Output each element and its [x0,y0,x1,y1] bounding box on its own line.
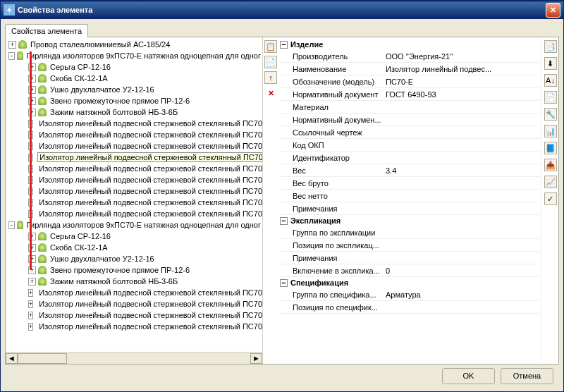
node-icon [18,40,27,49]
property-row[interactable]: Вес3.4 [280,164,540,177]
tool-button[interactable]: 📄 [544,91,557,104]
node-label: Ушко двухлапчатое У2-12-16 [49,255,156,263]
move-up-button[interactable]: ↑ [264,71,277,84]
horizontal-scrollbar[interactable]: ◄ ► [6,352,262,364]
tool-button[interactable]: 📑 [544,40,557,53]
tool-button[interactable]: ✓ [544,192,557,205]
tree-node[interactable]: +Изолятор линейный подвесной стержневой … [6,298,262,310]
property-row[interactable]: Примечания [280,252,540,264]
tree-node[interactable]: +Ушко двухлапчатое У2-12-16 [6,253,262,264]
tree-node[interactable]: +Изолятор линейный подвесной стержневой … [6,321,262,332]
tree-node[interactable]: +Ушко двухлапчатое У2-12-16 [6,84,262,95]
tool-button[interactable]: A↓ [544,74,557,87]
property-group-header[interactable]: −Спецификация [280,277,540,288]
property-row[interactable]: Группа по экспликации [280,226,540,239]
node-label: Изолятор линейный подвесной стержневой с… [37,288,262,297]
property-name: Включение в эксплика... [280,267,386,275]
property-row[interactable]: Позиция по специфик... [280,301,540,314]
tree-node[interactable]: +Изолятор линейный подвесной стержневой … [6,310,262,321]
expand-toggle[interactable]: + [8,41,16,49]
tree-node[interactable]: +Изолятор линейный подвесной стержневой … [6,185,262,197]
property-row[interactable]: Материал [280,101,540,114]
property-value[interactable]: ГОСТ 6490-93 [386,90,540,99]
cancel-button[interactable]: Отмена [501,368,553,384]
property-value[interactable]: 3.4 [386,166,540,175]
tool-button[interactable]: 🔧 [544,108,557,121]
property-value[interactable]: Арматура [386,290,540,299]
expand-toggle[interactable]: - [8,221,15,229]
property-name: Обозначение (модель) [280,78,386,86]
tree-node[interactable]: +Изолятор линейный подвесной стержневой … [6,140,262,152]
collapse-toggle[interactable]: − [280,41,288,49]
tool-button[interactable]: 📘 [544,142,557,154]
tree-node[interactable]: +Изолятор линейный подвесной стержневой … [6,208,262,219]
property-row[interactable]: Примечания [280,202,540,215]
tree-node[interactable]: +Изолятор линейный подвесной стержневой … [6,129,262,140]
window-title: Свойства элемента [18,6,546,14]
tree-node[interactable]: +Звено промежуточное прямое ПР-12-6 [6,95,262,106]
tool-button[interactable]: 📥 [544,159,557,171]
property-row[interactable]: Нормативный документГОСТ 6490-93 [280,88,540,101]
property-row[interactable]: Нормативный докумен... [280,114,540,126]
delete-button[interactable]: ✕ [264,87,277,99]
tab-properties[interactable]: Свойства элемента [5,24,88,37]
collapse-toggle[interactable]: − [280,279,288,287]
paste-button[interactable]: 📄 [264,56,277,68]
tree-node[interactable]: -Гирлянда изоляторов 9хПС70-Е натяжная о… [6,219,262,231]
property-row[interactable]: Включение в эксплика...0 [280,264,540,277]
tree-node[interactable]: +Изолятор линейный подвесной стержневой … [6,197,262,208]
node-label: Изолятор линейный подвесной стержневой с… [37,176,262,184]
tree-node[interactable]: +Изолятор линейный подвесной стержневой … [6,118,262,129]
scroll-left-arrow[interactable]: ◄ [6,353,18,364]
expand-toggle[interactable]: + [28,323,33,331]
tool-button[interactable]: ⬇ [544,57,557,70]
tree-node[interactable]: +Серьга СР-12-16 [6,231,262,242]
property-value[interactable]: 0 [386,267,540,275]
property-row[interactable]: Ссылочный чертеж [280,126,540,139]
tree-node[interactable]: +Изолятор линейный подвесной стержневой … [6,152,262,163]
property-row[interactable]: Вес бруто [280,177,540,190]
group-title: Спецификация [290,278,348,287]
property-grid[interactable]: −ИзделиеПроизводительООО ''Энергия-21''Н… [278,37,541,364]
node-label: Изолятор линейный подвесной стержневой с… [37,142,262,150]
scroll-thumb[interactable] [18,353,67,364]
tree-node[interactable]: +Изолятор линейный подвесной стержневой … [6,287,262,298]
tree-node[interactable]: +Зажим натяжной болтовой НБ-3-6Б [6,276,262,287]
property-row[interactable]: НаименованиеИзолятор линейный подвес... [280,63,540,75]
tool-button[interactable]: 📈 [544,176,557,188]
expand-toggle[interactable]: + [28,289,33,297]
property-name: Вес [280,166,386,175]
property-row[interactable]: Позиция по экспликац... [280,239,540,252]
property-group-header[interactable]: −Экспликация [280,215,540,226]
ok-button[interactable]: OK [442,368,495,384]
tree-node[interactable]: +Скоба СК-12-1А [6,73,262,84]
tool-button[interactable]: 📊 [544,125,557,137]
property-row[interactable]: Группа по специфика...Арматура [280,288,540,301]
property-row[interactable]: ПроизводительООО ''Энергия-21'' [280,50,540,63]
tree-node[interactable]: +Скоба СК-12-1А [6,242,262,253]
expand-toggle[interactable]: + [28,278,36,286]
property-group-header[interactable]: −Изделие [280,39,540,50]
expand-toggle[interactable]: + [28,312,33,319]
copy-button[interactable]: 📋 [264,40,277,53]
tree-node[interactable]: +Серьга СР-12-16 [6,61,262,73]
tree-node[interactable]: +Изолятор линейный подвесной стержневой … [6,163,262,174]
property-row[interactable]: Вес нетто [280,190,540,202]
tree-node[interactable]: -Гирлянда изоляторов 9хПС70-Е натяжная о… [6,50,262,61]
tree-node[interactable]: +Звено промежуточное прямое ПР-12-6 [6,264,262,276]
expand-toggle[interactable]: - [8,52,15,60]
tree-node[interactable]: +Изолятор линейный подвесной стержневой … [6,174,262,185]
property-row[interactable]: Идентификатор [280,152,540,164]
property-value[interactable]: Изолятор линейный подвес... [386,65,540,73]
scroll-right-arrow[interactable]: ► [250,353,262,364]
close-button[interactable]: ✕ [546,3,560,18]
tree-node[interactable]: +Провод сталеалюминиевый АС-185/24 [6,39,262,50]
property-value[interactable]: ПС70-Е [386,78,540,86]
expand-toggle[interactable]: + [28,300,33,308]
property-row[interactable]: Обозначение (модель)ПС70-Е [280,75,540,88]
tree-view[interactable]: +Провод сталеалюминиевый АС-185/24-Гирля… [6,37,262,352]
collapse-toggle[interactable]: − [280,217,288,225]
tree-node[interactable]: +Зажим натяжной болтовой НБ-3-6Б [6,106,262,118]
property-row[interactable]: Код ОКП [280,139,540,152]
property-value[interactable]: ООО ''Энергия-21'' [386,52,540,61]
